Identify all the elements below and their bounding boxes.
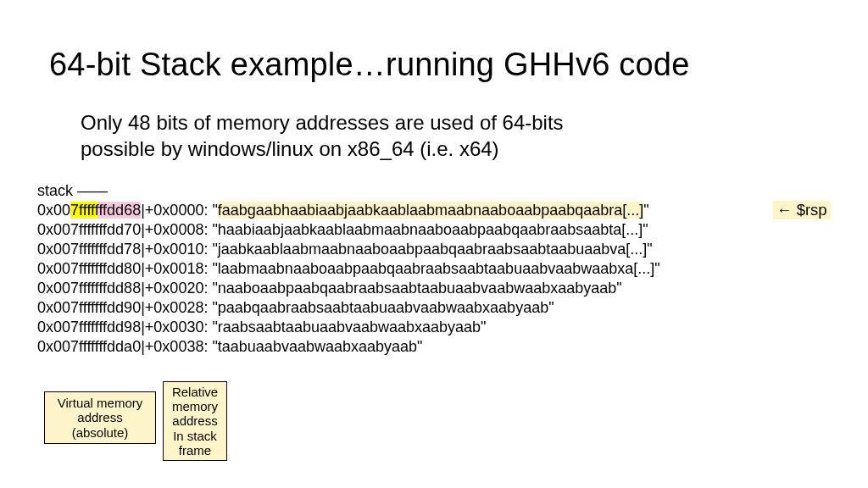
stack-value: "naaboaabpaabqaabraabsaabtaabuaabvaabwaa… [212, 280, 621, 297]
addr-prefix: 0x00 [37, 202, 70, 219]
callout-line: (absolute) [72, 425, 129, 440]
stack-value: "jaabkaablaabmaabnaaboaabpaabqaabraabsaa… [212, 241, 652, 258]
addr: 0x007fffffffdda0 [37, 338, 141, 355]
stack-value: "laabmaabnaaboaabpaabqaabraabsaabtaabuaa… [212, 260, 659, 277]
offset: +0x0028: [145, 299, 213, 316]
offset: +0x0020: [145, 280, 213, 297]
addr: 0x007fffffffdd88 [37, 280, 141, 297]
offset: +0x0008: [145, 221, 213, 238]
callout-relative-address: Relative memory address In stack frame [163, 381, 227, 461]
stack-row: 0x007fffffffdd80|+0x0018: "laabmaabnaabo… [37, 259, 660, 279]
quote-close: " [643, 202, 648, 219]
stack-row: 0x007fffffffdd90|+0x0028: "paabqaabraabs… [37, 298, 660, 318]
stack-value: "haabiaabjaabkaablaabmaabnaaboaabpaabqaa… [212, 221, 648, 238]
stack-row: 0x007fffffffdd68|+0x0000: "faabgaabhaabi… [37, 201, 660, 220]
callout-line: address [172, 413, 217, 428]
callout-line: frame [179, 443, 211, 458]
subtitle-line-1: Only 48 bits of memory addresses are use… [81, 111, 564, 134]
offset: +0x0030: [145, 319, 213, 336]
callout-line: address [77, 410, 122, 424]
stack-row: 0x007fffffffdd78|+0x0010: "jaabkaablaabm… [37, 240, 660, 259]
addr-48-yellow: 7fffffffdd68 [70, 202, 141, 219]
slide-subtitle: Only 48 bits of memory addresses are use… [81, 110, 564, 162]
subtitle-line-2: possible by windows/linux on x86_64 (i.e… [81, 137, 499, 160]
addr-48-text: 7fffffffdd68 [70, 202, 141, 219]
offset: +0x0038: [145, 338, 213, 355]
addr: 0x007fffffffdd78 [37, 241, 141, 258]
offset: +0x0010: [145, 241, 213, 258]
slide: 64-bit Stack example…running GHHv6 code … [0, 0, 868, 488]
quote-open: " [212, 202, 217, 219]
addr: 0x007fffffffdd98 [37, 319, 141, 336]
stack-dump: stack —— 0x007fffffffdd68|+0x0000: "faab… [37, 181, 660, 357]
callout-line: memory [172, 399, 218, 413]
callout-line: Relative [172, 385, 218, 399]
offset: +0x0018: [145, 260, 213, 277]
stack-value: "taabuaabvaabwaabxaabyaab" [212, 338, 422, 355]
stack-value: "raabsaabtaabuaabvaabwaabxaabyaab" [212, 319, 486, 336]
callout-absolute-address: Virtual memory address (absolute) [44, 391, 156, 444]
stack-row: 0x007fffffffdda0|+0x0038: "taabuaabvaabw… [37, 337, 660, 357]
stack-value-hl: faabgaabhaabiaabjaabkaablaabmaabnaaboaab… [218, 202, 643, 219]
stack-row: 0x007fffffffdd70|+0x0008: "haabiaabjaabk… [37, 220, 660, 240]
stack-row: 0x007fffffffdd88|+0x0020: "naaboaabpaabq… [37, 279, 660, 298]
callout-line: In stack [173, 429, 217, 443]
stack-row: 0x007fffffffdd98|+0x0030: "raabsaabtaabu… [37, 318, 660, 337]
offset: +0x0000: [145, 202, 213, 219]
stack-header: stack —— [37, 181, 660, 201]
callout-line: Virtual memory [58, 396, 143, 410]
stack-value: "paabqaabraabsaabtaabuaabvaabwaabxaabyaa… [212, 299, 554, 316]
slide-title: 64-bit Stack example…running GHHv6 code [49, 47, 690, 83]
addr: 0x007fffffffdd80 [37, 260, 141, 277]
addr: 0x007fffffffdd90 [37, 299, 141, 316]
rsp-pointer-label: ← $rsp [773, 201, 831, 219]
addr: 0x007fffffffdd70 [37, 221, 141, 238]
